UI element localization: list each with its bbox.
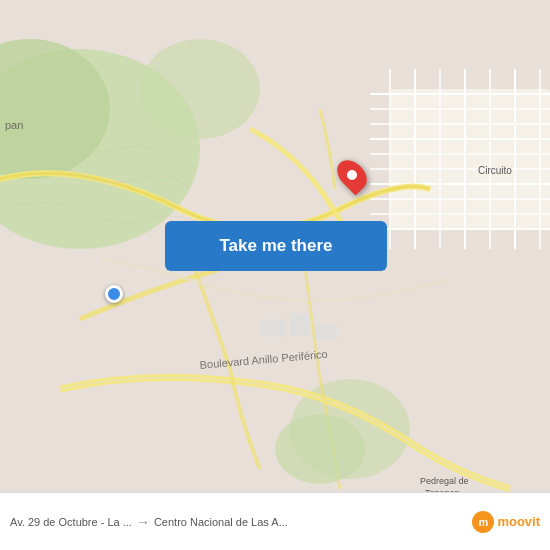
svg-rect-23 xyxy=(260,319,285,337)
route-arrow: → xyxy=(136,514,150,530)
svg-text:Pedregal de: Pedregal de xyxy=(420,476,469,486)
route-origin-label: Av. 29 de Octubre - La ... xyxy=(10,516,132,528)
origin-marker xyxy=(105,285,123,303)
svg-text:pan: pan xyxy=(5,119,23,131)
route-dest-label: Centro Nacional de Las A... xyxy=(154,516,468,528)
moovit-logo-bar: m moovit xyxy=(472,511,540,533)
take-me-there-button[interactable]: Take me there xyxy=(165,221,387,271)
svg-point-3 xyxy=(140,39,260,139)
app: Boulevard Anillo Periférico Circuito Ped… xyxy=(0,0,550,550)
svg-text:Circuito: Circuito xyxy=(478,165,512,176)
route-bar: Av. 29 de Octubre - La ... → Centro Naci… xyxy=(0,492,550,550)
svg-point-26 xyxy=(275,414,365,484)
svg-rect-24 xyxy=(290,314,310,336)
moovit-text-logo: moovit xyxy=(497,514,540,529)
map-background: Boulevard Anillo Periférico Circuito Ped… xyxy=(0,0,550,550)
destination-marker xyxy=(340,158,364,192)
moovit-circle-icon: m xyxy=(472,511,494,533)
map-container: Boulevard Anillo Periférico Circuito Ped… xyxy=(0,0,550,550)
svg-rect-25 xyxy=(315,324,337,340)
